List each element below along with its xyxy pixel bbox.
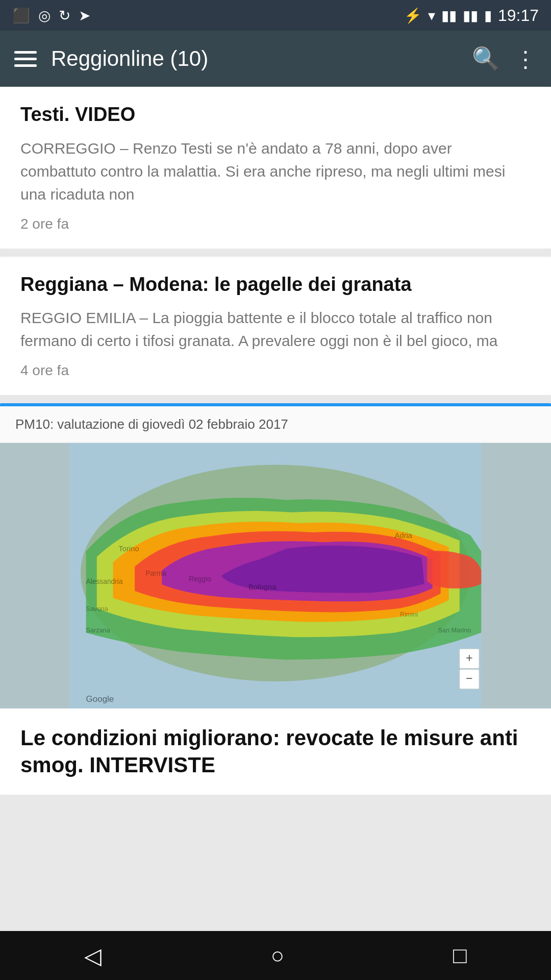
bluetooth-icon: ⚡	[404, 7, 422, 24]
svg-text:Rimini: Rimini	[400, 610, 418, 618]
news-card-2-title: Reggiana – Modena: le pagelle dei granat…	[20, 273, 531, 297]
app-bar: Reggionline (10) 🔍 ⋮	[0, 31, 551, 87]
svg-text:+: +	[466, 651, 473, 665]
svg-text:Alessandria: Alessandria	[86, 578, 123, 585]
map-card-label: PM10: valutazione di giovedì 02 febbraio…	[0, 406, 551, 443]
svg-text:San Marino: San Marino	[438, 627, 471, 634]
status-bar-left-icons: ⬛ ◎ ↻ ➤	[12, 7, 90, 24]
svg-text:Adria: Adria	[394, 531, 412, 540]
status-bar-right-icons: ⚡ ▾ ▮▮ ▮▮ ▮ 19:17	[404, 6, 539, 25]
svg-text:Savona: Savona	[86, 605, 109, 612]
wifi-icon: ▾	[428, 7, 435, 24]
image-icon: ⬛	[12, 7, 30, 24]
news-card-1-title: Testi. VIDEO	[20, 103, 531, 127]
signal2-icon: ▮▮	[463, 7, 478, 24]
news-card-1-excerpt: CORREGGIO – Renzo Testi se n'è andato a …	[20, 137, 531, 206]
svg-text:Reggio: Reggio	[189, 575, 211, 583]
map-svg: Torino Alessandria Savona Sarzana Adria …	[0, 443, 551, 708]
search-icon[interactable]: 🔍	[472, 45, 500, 72]
svg-text:Bologna: Bologna	[248, 583, 277, 591]
news-card-1[interactable]: Testi. VIDEO CORREGGIO – Renzo Testi se …	[0, 87, 551, 249]
svg-text:−: −	[466, 672, 473, 685]
bottom-nav: ◁ ○ □	[0, 931, 551, 980]
status-time: 19:17	[498, 6, 539, 25]
svg-text:Parma: Parma	[145, 570, 166, 577]
content-area: Testi. VIDEO CORREGGIO – Renzo Testi se …	[0, 87, 551, 931]
svg-text:Sarzana: Sarzana	[86, 627, 111, 634]
status-bar: ⬛ ◎ ↻ ➤ ⚡ ▾ ▮▮ ▮▮ ▮ 19:17	[0, 0, 551, 31]
battery-icon: ▮	[484, 7, 492, 24]
news-card-2-excerpt: REGGIO EMILIA – La pioggia battente e il…	[20, 306, 531, 352]
app-title: Reggionline (10)	[51, 46, 458, 71]
home-button[interactable]: ○	[270, 943, 284, 968]
send-icon: ➤	[79, 7, 90, 24]
svg-text:Torino: Torino	[118, 545, 139, 553]
back-button[interactable]: ◁	[84, 943, 102, 969]
sync-icon: ↻	[59, 7, 70, 24]
recent-apps-button[interactable]: □	[453, 943, 467, 968]
map-card-title: Le condizioni migliorano: revocate le mi…	[0, 708, 551, 795]
news-card-2-time: 4 ore fa	[20, 362, 531, 379]
news-card-2[interactable]: Reggiana – Modena: le pagelle dei granat…	[0, 257, 551, 396]
shield-icon: ◎	[38, 7, 51, 24]
news-card-1-time: 2 ore fa	[20, 216, 531, 232]
more-options-icon[interactable]: ⋮	[514, 46, 537, 72]
map-image: Torino Alessandria Savona Sarzana Adria …	[0, 443, 551, 708]
hamburger-menu[interactable]	[14, 51, 37, 67]
map-card[interactable]: PM10: valutazione di giovedì 02 febbraio…	[0, 403, 551, 795]
signal1-icon: ▮▮	[441, 7, 457, 24]
svg-text:Google: Google	[86, 694, 114, 704]
